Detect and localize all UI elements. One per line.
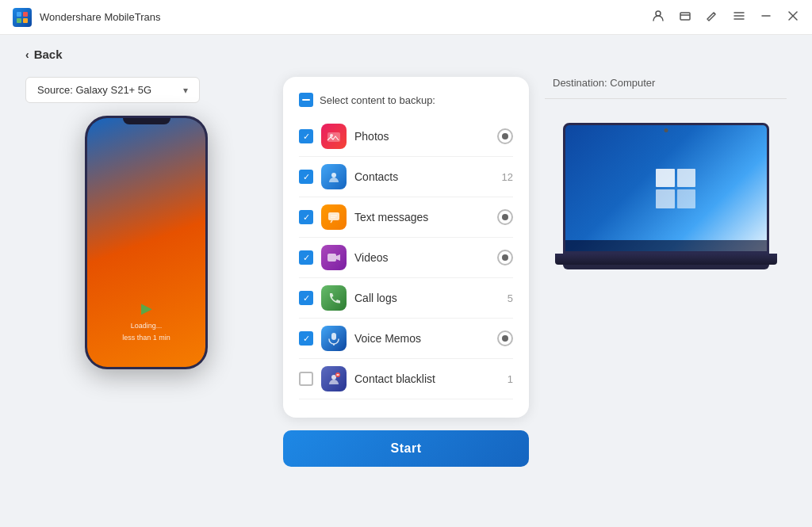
svg-rect-1 (23, 12, 28, 17)
icon-voicememos (321, 326, 347, 351)
item-label-messages: Text messages (354, 211, 489, 223)
destination-label: Destination: Computer (545, 77, 787, 89)
phone-notch (123, 118, 170, 124)
list-item-contacts[interactable]: ✓Contacts12 (286, 157, 526, 197)
checkbox-messages[interactable]: ✓ (299, 210, 313, 224)
phone-vol-up-button (85, 181, 87, 199)
minimize-icon[interactable] (760, 10, 772, 25)
laptop-stand (563, 265, 769, 269)
svg-rect-2 (17, 18, 21, 23)
dropdown-arrow-icon: ▾ (183, 85, 188, 96)
list-item-photos[interactable]: ✓Photos (286, 116, 526, 156)
phone-screen: ▶ Loading...less than 1 min (87, 118, 205, 367)
source-selector[interactable]: Source: Galaxy S21+ 5G ▾ (25, 77, 200, 103)
play-icon: ▶ (87, 300, 205, 317)
item-count-calllogs: 5 (508, 292, 513, 304)
checkbox-voicememos[interactable]: ✓ (299, 331, 313, 346)
win-quad-2 (677, 169, 696, 188)
svg-point-14 (330, 134, 333, 137)
icon-videos (321, 245, 347, 270)
content-card: Select content to backup: ✓Photos✓Contac… (283, 77, 529, 418)
destination-divider (545, 98, 787, 99)
main-layout: Source: Galaxy S21+ 5G ▾ ▶ Loading...les… (0, 67, 812, 512)
close-icon[interactable] (787, 10, 799, 25)
item-label-blacklist: Contact blacklist (354, 372, 500, 385)
svg-point-22 (331, 375, 336, 380)
app-logo (13, 8, 32, 27)
item-count-blacklist: 1 (508, 373, 513, 385)
phone-loading-text: Loading...less than 1 min (87, 320, 205, 343)
phone-loading-overlay: ▶ Loading...less than 1 min (87, 300, 205, 343)
phone-image: ▶ Loading...less than 1 min (67, 116, 226, 417)
list-item-blacklist[interactable]: Contact blacklist1 (286, 359, 526, 399)
item-label-contacts: Contacts (354, 170, 494, 183)
svg-rect-3 (23, 18, 28, 23)
center-panel: Select content to backup: ✓Photos✓Contac… (283, 77, 529, 467)
back-nav[interactable]: ‹ Back (0, 35, 812, 67)
back-label: Back (34, 48, 63, 61)
laptop-screen-frame (563, 123, 769, 254)
phone-shell: ▶ Loading...less than 1 min (85, 116, 208, 369)
card-header: Select content to backup: (283, 93, 529, 116)
item-label-photos: Photos (354, 130, 489, 143)
laptop-taskbar (565, 240, 767, 251)
laptop-camera (664, 128, 668, 132)
partial-check-line (302, 99, 310, 101)
checkbox-blacklist[interactable] (299, 372, 313, 386)
titlebar: Wondershare MobileTrans (0, 0, 812, 35)
item-label-calllogs: Call logs (354, 292, 500, 304)
record-icon-photos (497, 128, 513, 144)
record-icon-messages (497, 209, 513, 225)
icon-contacts (321, 164, 347, 189)
item-label-voicememos: Voice Memos (354, 332, 489, 345)
svg-point-4 (656, 11, 661, 16)
app-title: Wondershare MobileTrans (40, 11, 652, 23)
window-controls (652, 10, 799, 25)
checkbox-photos[interactable]: ✓ (299, 129, 313, 143)
icon-photos (321, 124, 347, 149)
item-count-contacts: 12 (502, 171, 513, 183)
phone-vol-down-button (85, 205, 87, 223)
check-mark: ✓ (303, 173, 310, 181)
check-mark: ✓ (303, 132, 310, 141)
item-label-videos: Videos (354, 251, 489, 264)
laptop-base (555, 254, 777, 265)
list-item-messages[interactable]: ✓Text messages (286, 197, 526, 237)
svg-point-15 (331, 173, 336, 178)
window-icon[interactable] (679, 10, 691, 25)
list-item-calllogs[interactable]: ✓Call logs5 (286, 278, 526, 318)
win-quad-4 (677, 189, 696, 208)
icon-blacklist (321, 366, 347, 391)
back-chevron-icon: ‹ (25, 48, 29, 61)
menu-icon[interactable] (733, 10, 745, 25)
list-item-voicememos[interactable]: ✓Voice Memos (286, 319, 526, 358)
icon-calllogs (321, 285, 347, 311)
record-dot (502, 254, 508, 261)
card-header-text: Select content to backup: (320, 94, 435, 106)
svg-rect-16 (328, 212, 339, 220)
check-mark: ✓ (303, 334, 310, 343)
checkbox-contacts[interactable]: ✓ (299, 170, 313, 184)
svg-rect-19 (327, 254, 336, 262)
record-dot (502, 133, 508, 139)
checkbox-videos[interactable]: ✓ (299, 250, 313, 265)
list-item-calendar[interactable]: Calendar25 (286, 399, 526, 402)
content-list[interactable]: ✓Photos✓Contacts12✓Text messages✓Videos✓… (283, 116, 529, 402)
source-label: Source: Galaxy S21+ 5G (37, 84, 151, 96)
edit-icon[interactable] (706, 10, 718, 25)
svg-rect-0 (17, 12, 21, 17)
list-item-videos[interactable]: ✓Videos (286, 238, 526, 277)
checkbox-calllogs[interactable]: ✓ (299, 291, 313, 305)
win-quad-3 (656, 189, 675, 208)
left-panel: Source: Galaxy S21+ 5G ▾ ▶ Loading...les… (25, 77, 267, 417)
right-panel: Destination: Computer (545, 77, 787, 269)
partial-checkbox-icon[interactable] (299, 93, 313, 107)
start-button[interactable]: Start (283, 430, 529, 467)
profile-icon[interactable] (652, 10, 665, 25)
check-mark: ✓ (303, 294, 310, 303)
content-area: ‹ Back Source: Galaxy S21+ 5G ▾ ▶ Loadin… (0, 35, 812, 527)
check-mark: ✓ (303, 213, 310, 222)
record-icon-videos (497, 250, 513, 265)
win-quad-1 (656, 169, 675, 188)
phone-power-button (205, 189, 208, 213)
